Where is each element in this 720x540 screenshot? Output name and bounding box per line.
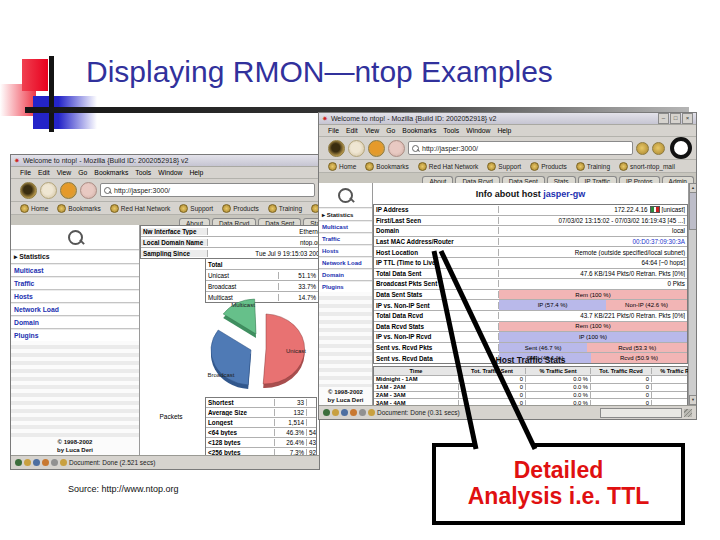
sidebar-item-network-load[interactable]: Network Load xyxy=(11,302,139,315)
bookmark-support[interactable]: Support xyxy=(179,204,213,213)
menu-item-window[interactable]: Window xyxy=(466,127,490,134)
value-text: 00:D0:37:09:30:3A xyxy=(632,238,685,245)
menu-item-tools[interactable]: Tools xyxy=(443,127,459,134)
back-button[interactable] xyxy=(20,182,37,199)
bookmark-training[interactable]: Training xyxy=(576,162,610,171)
sidebar-item-network-load[interactable]: Network Load xyxy=(319,256,372,268)
bookmark-red-hat-network[interactable]: Red Hat Network xyxy=(110,204,171,213)
sidebar-item-statistics[interactable]: ▸ Statistics xyxy=(319,207,372,220)
close-button[interactable]: × xyxy=(682,113,693,124)
sidebar-item-multicast[interactable]: Multicast xyxy=(11,263,139,276)
status-icon[interactable] xyxy=(341,409,348,416)
left-window-titlebar[interactable]: ✷ Welcome to ntop! - Mozilla {Build ID: … xyxy=(11,155,319,167)
back-button[interactable] xyxy=(328,140,345,157)
menu-item-window[interactable]: Window xyxy=(158,169,182,176)
host-row-data-rcvd-stats: Data Rcvd StatsRem (100 %) xyxy=(374,321,687,332)
sidebar-item-hosts[interactable]: Hosts xyxy=(11,289,139,302)
stop-button[interactable] xyxy=(80,182,97,199)
bookmark-products[interactable]: Products xyxy=(222,204,259,213)
row-label: Local Domain Name xyxy=(141,239,208,246)
maximize-button[interactable]: □ xyxy=(670,113,681,124)
cell: 0 xyxy=(591,376,652,382)
sidebar-item-statistics[interactable]: ▸ Statistics xyxy=(11,249,139,263)
forward-button[interactable] xyxy=(40,182,57,199)
resize-grip[interactable] xyxy=(684,409,692,417)
sidebar-item-domain[interactable]: Domain xyxy=(11,315,139,328)
component-button[interactable] xyxy=(652,142,665,155)
ntop-magnifier-icon xyxy=(319,183,372,207)
status-icon[interactable] xyxy=(368,409,375,416)
reload-button[interactable] xyxy=(368,140,385,157)
sidebar-item-plugins[interactable]: Plugins xyxy=(11,328,139,341)
menu-item-bookmarks[interactable]: Bookmarks xyxy=(402,127,436,134)
bookmark-label: Home xyxy=(339,163,356,170)
bookmark-bookmarks[interactable]: Bookmarks xyxy=(365,162,409,171)
menu-item-file[interactable]: File xyxy=(328,127,339,134)
bookmark-training[interactable]: Training xyxy=(268,204,302,213)
host-name[interactable]: jasper-gw xyxy=(543,189,585,199)
host-row-ip-ttl-time-to-live: IP TTL (Time to Live)64:64 [~0 hops] xyxy=(374,257,687,268)
sidebar-item-traffic[interactable]: Traffic xyxy=(11,276,139,289)
reload-button[interactable] xyxy=(60,182,77,199)
bookmark-home[interactable]: Home xyxy=(328,162,356,171)
menu-item-file[interactable]: File xyxy=(20,169,31,176)
bookmark-products[interactable]: Products xyxy=(530,162,567,171)
menu-item-help[interactable]: Help xyxy=(189,169,203,176)
scroll-down-button[interactable]: ▼ xyxy=(689,395,696,405)
print-button[interactable] xyxy=(636,142,649,155)
url-field[interactable]: http://jasper:3000/ xyxy=(408,141,633,155)
menu-item-go[interactable]: Go xyxy=(78,169,87,176)
menu-item-go[interactable]: Go xyxy=(386,127,395,134)
row-label: IP Address xyxy=(374,206,499,213)
bookmark-bookmarks[interactable]: Bookmarks xyxy=(57,204,101,213)
left-menubar: FileEditViewGoBookmarksToolsWindowHelp xyxy=(11,167,319,179)
menu-item-edit[interactable]: Edit xyxy=(38,169,50,176)
right-window-titlebar[interactable]: ✷ Welcome to ntop! - Mozilla {Build ID: … xyxy=(319,113,696,125)
bookmark-home[interactable]: Home xyxy=(20,204,48,213)
stop-button[interactable] xyxy=(388,140,405,157)
right-statusbar: Document: Done (0.31 secs) xyxy=(319,405,696,419)
bookmark-icon xyxy=(576,162,585,171)
bookmark-support[interactable]: Support xyxy=(487,162,521,171)
status-icon[interactable] xyxy=(359,409,366,416)
table-row: Nw Interface TypeEthernet xyxy=(141,226,319,236)
status-icon[interactable] xyxy=(51,459,58,466)
row-label: Last MAC Address/Router xyxy=(374,238,499,245)
status-icon[interactable] xyxy=(42,459,49,466)
copyright-line1: © 1998-2002 xyxy=(319,387,372,397)
menu-item-view[interactable]: View xyxy=(57,169,72,176)
status-icon[interactable] xyxy=(60,459,67,466)
table-header-row: Total xyxy=(206,259,318,269)
sidebar-item-hosts[interactable]: Hosts xyxy=(319,244,372,256)
value-text: local xyxy=(672,227,685,234)
status-icon[interactable] xyxy=(332,409,339,416)
vertical-scrollbar[interactable]: ▲ ▼ xyxy=(688,183,696,405)
sidebar-item-domain[interactable]: Domain xyxy=(319,268,372,280)
bookmark-red-hat-network[interactable]: Red Hat Network xyxy=(418,162,479,171)
mozilla-throbber-icon[interactable] xyxy=(670,137,692,159)
menu-item-edit[interactable]: Edit xyxy=(346,127,358,134)
menu-item-bookmarks[interactable]: Bookmarks xyxy=(94,169,128,176)
sidebar-item-multicast[interactable]: Multicast xyxy=(319,220,372,232)
menu-item-tools[interactable]: Tools xyxy=(135,169,151,176)
left-sidebar: ▸ StatisticsMulticastTrafficHostsNetwork… xyxy=(11,225,140,455)
status-icon[interactable] xyxy=(350,409,357,416)
status-icon[interactable] xyxy=(15,459,22,466)
status-icon[interactable] xyxy=(323,409,330,416)
menu-item-view[interactable]: View xyxy=(365,127,380,134)
status-icon[interactable] xyxy=(33,459,40,466)
row-value[interactable]: 00:D0:37:09:30:3A xyxy=(499,238,687,245)
sidebar-item-plugins[interactable]: Plugins xyxy=(319,280,372,292)
menu-item-help[interactable]: Help xyxy=(497,127,511,134)
forward-button[interactable] xyxy=(348,140,365,157)
bookmark-snort-ntop-mail[interactable]: snort-ntop_mail xyxy=(619,162,675,171)
bookmark-icon xyxy=(20,204,29,213)
url-field[interactable]: http://jasper:3000/ xyxy=(100,183,315,197)
scroll-thumb[interactable] xyxy=(689,192,696,230)
status-icon[interactable] xyxy=(24,459,31,466)
row-value: 0 Pkts xyxy=(499,280,687,287)
sidebar-item-traffic[interactable]: Traffic xyxy=(319,232,372,244)
bookmark-label: snort-ntop_mail xyxy=(630,163,675,170)
minimize-button[interactable]: – xyxy=(658,113,669,124)
packet-size-table: Shortest33Average Size132Longest1,514<64… xyxy=(205,397,317,455)
